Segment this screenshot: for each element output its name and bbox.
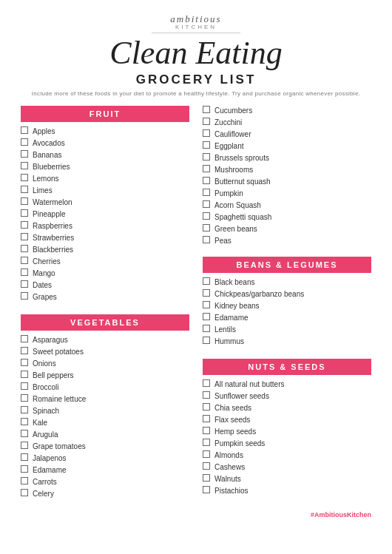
checkbox[interactable]	[203, 379, 210, 387]
list-item: Apples	[21, 126, 189, 136]
checkbox[interactable]	[21, 186, 28, 193]
checkbox[interactable]	[21, 442, 28, 449]
checkbox[interactable]	[203, 391, 210, 399]
checkbox[interactable]	[21, 371, 28, 378]
beans-section-header: BEANS & LEGUMES	[203, 257, 371, 273]
list-item-label: Spaghetti squash	[214, 212, 271, 222]
checkbox[interactable]	[203, 289, 210, 297]
list-item: Bell peppers	[21, 371, 189, 380]
checkbox[interactable]	[203, 403, 210, 411]
list-item-label: Mushrooms	[214, 165, 253, 175]
checkbox[interactable]	[203, 189, 210, 196]
checkbox[interactable]	[21, 233, 28, 240]
checkbox[interactable]	[203, 301, 210, 308]
checkbox[interactable]	[203, 129, 210, 137]
list-item: Pumpkin seeds	[203, 439, 371, 448]
list-item: Walnuts	[203, 474, 371, 484]
list-item-label: Watermelon	[33, 197, 72, 207]
checkbox[interactable]	[203, 277, 210, 285]
checkbox[interactable]	[203, 165, 210, 172]
list-item: Blackberries	[21, 245, 189, 254]
list-item: Cucumbers	[203, 106, 371, 115]
list-item: Pumpkin	[203, 189, 371, 198]
checkbox[interactable]	[21, 453, 28, 461]
checkbox[interactable]	[21, 257, 28, 264]
list-item: Onions	[21, 359, 189, 368]
checkbox[interactable]	[203, 118, 210, 125]
checkbox[interactable]	[203, 325, 210, 332]
list-item-label: Cherries	[33, 257, 61, 266]
checkbox[interactable]	[21, 406, 28, 413]
list-item: Broccoli	[21, 382, 189, 392]
checkbox[interactable]	[21, 477, 28, 484]
checkbox[interactable]	[21, 465, 28, 473]
list-item-label: Blackberries	[33, 245, 73, 254]
list-item: Mango	[21, 268, 189, 278]
checkbox[interactable]	[203, 474, 210, 482]
checkbox[interactable]	[203, 462, 210, 470]
checkbox[interactable]	[203, 439, 210, 446]
checkbox[interactable]	[203, 200, 210, 208]
list-item-label: Black beans	[214, 277, 254, 287]
checkbox[interactable]	[203, 415, 210, 422]
checkbox[interactable]	[203, 153, 210, 161]
list-item-label: Peas	[214, 236, 232, 246]
checkbox[interactable]	[21, 209, 28, 217]
checkbox[interactable]	[203, 141, 210, 149]
checkbox[interactable]	[21, 359, 28, 366]
checkbox[interactable]	[21, 347, 28, 354]
checkbox[interactable]	[203, 236, 210, 243]
left-column: FRUIT ApplesAvocadosBananasBlueberriesLe…	[21, 106, 189, 504]
checkbox[interactable]	[21, 292, 28, 300]
list-item-label: Chia seeds	[214, 403, 251, 413]
checkbox[interactable]	[21, 489, 28, 496]
checkbox[interactable]	[203, 486, 210, 493]
list-item-label: Raspberries	[33, 221, 72, 231]
checkbox[interactable]	[21, 335, 28, 342]
list-item: Limes	[21, 186, 189, 195]
checkbox[interactable]	[203, 427, 210, 434]
list-item: Hummus	[203, 337, 371, 346]
list-item-label: Onions	[33, 359, 56, 368]
list-item-label: Pumpkin	[214, 189, 243, 198]
checkbox[interactable]	[21, 430, 28, 437]
checkbox[interactable]	[203, 313, 210, 320]
checkbox[interactable]	[21, 150, 28, 158]
list-item: Dates	[21, 280, 189, 290]
list-item-label: Cashews	[214, 462, 245, 472]
checkbox[interactable]	[21, 162, 28, 169]
list-item-label: Grape tomatoes	[33, 442, 86, 451]
checkbox[interactable]	[21, 138, 28, 146]
checkbox[interactable]	[21, 394, 28, 402]
list-item: Bananas	[21, 150, 189, 160]
checkbox[interactable]	[21, 418, 28, 425]
checkbox[interactable]	[203, 337, 210, 344]
list-item: Brussels sprouts	[203, 153, 371, 163]
checkbox[interactable]	[21, 268, 28, 276]
content-grid: FRUIT ApplesAvocadosBananasBlueberriesLe…	[21, 106, 371, 504]
list-item-label: Zucchini	[214, 118, 242, 127]
list-item: Chickpeas/garbanzo beans	[203, 289, 371, 299]
checkbox[interactable]	[21, 382, 28, 390]
checkbox[interactable]	[21, 174, 28, 181]
vegetables-section-header: VEGETABLES	[21, 314, 189, 331]
checkbox[interactable]	[203, 106, 210, 113]
checkbox[interactable]	[203, 450, 210, 458]
fruit-section-header: FRUIT	[21, 106, 189, 122]
list-item: Carrots	[21, 477, 189, 487]
checkbox[interactable]	[203, 212, 210, 220]
checkbox[interactable]	[203, 224, 210, 232]
list-item-label: Kidney beans	[214, 301, 260, 311]
checkbox[interactable]	[21, 280, 28, 288]
list-item-label: Avocados	[33, 138, 65, 148]
list-item: Butternut squash	[203, 177, 371, 186]
list-item: Strawberries	[21, 233, 189, 243]
checkbox[interactable]	[21, 221, 28, 229]
checkbox[interactable]	[21, 245, 28, 252]
list-item-label: Sweet potatoes	[33, 347, 84, 357]
list-item-label: Pumpkin seeds	[214, 439, 265, 448]
checkbox[interactable]	[21, 197, 28, 205]
list-item-label: Hemp seeds	[214, 427, 256, 436]
checkbox[interactable]	[203, 177, 210, 184]
checkbox[interactable]	[21, 126, 28, 134]
